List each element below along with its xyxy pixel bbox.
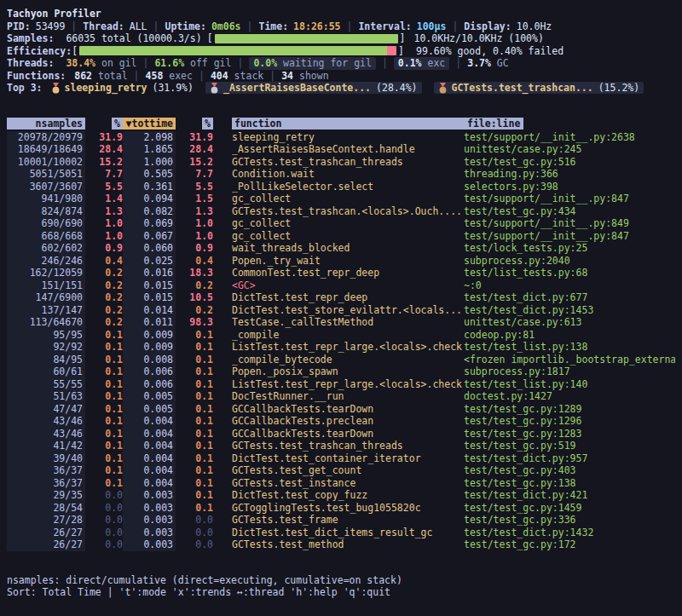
table-row[interactable]: 20978/2097931.92.09831.9sleeping_retryte… [7, 131, 675, 144]
table-row[interactable]: 43/460.10.0040.1GCCallbackTests.tearDown… [7, 428, 675, 440]
table-row[interactable]: 36/370.10.0040.1GCTests.test_instancetes… [7, 477, 675, 490]
table-row[interactable]: 18649/1864928.41.86528.4_AssertRaisesBas… [7, 143, 675, 156]
table-row[interactable]: 668/6681.00.0671.0gc_collecttest/support… [7, 230, 675, 243]
table-row[interactable]: 824/8741.30.0821.3GCTests.test_trashcan.… [7, 205, 675, 218]
table-row[interactable]: 147/69000.20.01510.5DictTest.test_repr_d… [7, 291, 675, 304]
header-cumulative-pct[interactable]: % [176, 118, 213, 130]
tottime-cell: 0.060 [123, 242, 176, 255]
header-nsamples[interactable]: nsamples [7, 118, 85, 130]
file-cell: test/test_gc.py:172 [464, 538, 675, 551]
file-cell: test/test_gc.py:1296 [464, 415, 675, 428]
top3-item-2[interactable]: _AssertRaisesBaseConte... (28.4%) [205, 82, 422, 94]
table-row[interactable]: 137/1470.20.0140.2DictTest.test_store_ev… [7, 304, 675, 317]
tottime-cell: 0.003 [123, 489, 176, 502]
nsamples-cell: 55/55 [7, 378, 85, 391]
file-cell: test/test_dict.py:1432 [464, 527, 675, 539]
separator: | [347, 20, 353, 33]
top3-item-1[interactable]: sleeping_retry (31.9%) [51, 82, 194, 94]
functions-stack: 404 stack [211, 70, 263, 83]
cumulative-pct-cell: 0.4 [176, 255, 213, 268]
header-tottime-sorted[interactable]: ▼tottime [123, 118, 176, 130]
function-cell: DictTest.test_dict_items_result_gc [232, 527, 464, 539]
table-row[interactable]: 41/420.10.0040.1GCTests.test_trashcan_th… [7, 440, 675, 452]
app-title: Tachyon Profiler [7, 8, 101, 20]
table-row[interactable]: 246/2460.40.0250.4Popen._try_waitsubproc… [7, 255, 675, 268]
table-row[interactable]: 95/950.10.0090.1_compilecodeop.py:81 [7, 329, 675, 342]
table-row[interactable]: 941/9801.40.0941.5gc_collecttest/support… [7, 193, 675, 205]
status-bar: PID: 53499 | Thread: ALL | Uptime: 0m06s… [7, 20, 675, 33]
file-cell: test/test_gc.py:516 [464, 156, 675, 169]
file-cell: test/lock_tests.py:25 [464, 242, 675, 255]
table-row[interactable]: 10001/1000215.21.00015.2GCTests.test_tra… [7, 156, 675, 169]
tottime-cell: 0.006 [123, 378, 176, 391]
table-row[interactable]: 690/6901.00.0691.0gc_collecttest/support… [7, 217, 675, 230]
file-cell: test/test_gc.py:138 [464, 477, 675, 490]
file-cell: test/support/__init__.py:847 [464, 193, 675, 205]
direct-pct-cell: 28.4 [85, 143, 123, 156]
tottime-cell: 0.011 [123, 316, 176, 329]
function-table: nsamples % ▼tottime % function file:line… [7, 118, 675, 551]
table-row[interactable]: 60/610.10.0060.1Popen._posix_spawnsubpro… [7, 366, 675, 378]
function-cell: gc_collect [232, 193, 464, 205]
function-cell: gc_collect [232, 217, 464, 230]
tottime-cell: 0.006 [123, 366, 176, 378]
nsamples-cell: 36/37 [7, 477, 85, 490]
function-cell: DictTest.test_store_evilattr.<locals... [232, 304, 464, 317]
tottime-cell: 0.016 [123, 267, 176, 279]
direct-pct-cell: 0.2 [85, 291, 123, 304]
table-row[interactable]: 26/270.00.0030.0GCTests.test_methodtest/… [7, 538, 675, 551]
function-cell: DictTest.test_copy_fuzz [232, 489, 464, 502]
function-cell: GCTogglingTests.test_bug1055820c [232, 502, 464, 515]
bronze-medal-icon [438, 83, 448, 94]
direct-pct-cell: 1.0 [85, 230, 123, 243]
table-row[interactable]: 55/550.10.0060.1ListTest.test_repr_large… [7, 378, 675, 391]
function-cell: gc_collect [232, 230, 464, 243]
threads-gc: 3.7% GC [467, 57, 509, 70]
file-cell: test/test_gc.py:519 [464, 440, 675, 452]
table-row[interactable]: 3607/36075.50.3615.5_PollLikeSelector.se… [7, 181, 675, 193]
cumulative-pct-cell: 0.2 [176, 279, 213, 292]
thread-value[interactable]: ALL [130, 20, 147, 33]
tottime-cell: 0.003 [123, 527, 176, 539]
nsamples-cell: 92/92 [7, 341, 85, 354]
table-row[interactable]: 39/400.10.0040.1DictTest.test_container_… [7, 452, 675, 465]
direct-pct-cell: 0.1 [85, 378, 123, 391]
header-direct-pct[interactable]: % [85, 118, 123, 130]
table-row[interactable]: 113/646700.20.01198.3TestCase._callTestM… [7, 316, 675, 329]
tottime-cell: 0.067 [123, 230, 176, 243]
function-cell: ListTest.test_repr_large.<locals>.check [232, 378, 464, 391]
table-row[interactable]: 28/540.00.0030.1GCTogglingTests.test_bug… [7, 502, 675, 515]
footer-legend: nsamples: direct/cumulative (direct=exec… [7, 574, 675, 587]
cumulative-pct-cell: 0.2 [176, 304, 213, 317]
table-row[interactable]: 36/370.10.0040.1GCTests.test_get_countte… [7, 464, 675, 477]
nsamples-cell: 824/874 [7, 205, 85, 218]
file-cell: subprocess.py:2040 [464, 255, 675, 268]
file-cell: test/support/__init__.py:847 [464, 230, 675, 243]
header-file-line[interactable]: file:line [464, 118, 675, 130]
tottime-cell: 0.505 [123, 168, 176, 181]
table-row[interactable]: 84/950.10.0080.1_compile_bytecode<frozen… [7, 354, 675, 366]
table-row[interactable]: 602/6020.90.0600.9wait_threads_blockedte… [7, 242, 675, 255]
direct-pct-cell: 0.2 [85, 316, 123, 329]
tottime-cell: 1.000 [123, 156, 176, 169]
gold-medal-icon [51, 83, 61, 94]
table-row[interactable]: 5051/50517.70.5057.7Condition.waitthread… [7, 168, 675, 181]
cumulative-pct-cell: 0.1 [176, 390, 213, 403]
table-row[interactable]: 26/270.00.0030.0DictTest.test_dict_items… [7, 527, 675, 539]
file-cell: subprocess.py:1817 [464, 366, 675, 378]
table-row[interactable]: 51/630.10.0050.1DocTestRunner.__rundocte… [7, 390, 675, 403]
table-row[interactable]: 29/350.00.0030.1DictTest.test_copy_fuzzt… [7, 489, 675, 502]
header-function[interactable]: function [232, 118, 464, 130]
table-row[interactable]: 47/470.10.0050.1GCCallbackTests.tearDown… [7, 403, 675, 416]
file-cell: <frozen importlib._bootstrap_external [464, 354, 675, 366]
table-row[interactable]: 151/1510.20.0150.2<GC>~:0 [7, 279, 675, 292]
table-row[interactable]: 92/920.10.0090.1ListTest.test_repr_large… [7, 341, 675, 354]
functions-label: Functions: [7, 70, 66, 83]
direct-pct-cell: 0.1 [85, 415, 123, 428]
table-row[interactable]: 43/460.10.0040.1GCCallbackTests.preclean… [7, 415, 675, 428]
top3-item-3[interactable]: GCTests.test_trashcan... (15.2%) [434, 82, 644, 94]
table-row[interactable]: 27/280.00.0030.0GCTests.test_frametest/t… [7, 514, 675, 527]
separator: | [452, 20, 458, 33]
separator: | [269, 70, 275, 83]
table-row[interactable]: 162/120590.20.01618.3CommonTest.test_rep… [7, 267, 675, 279]
